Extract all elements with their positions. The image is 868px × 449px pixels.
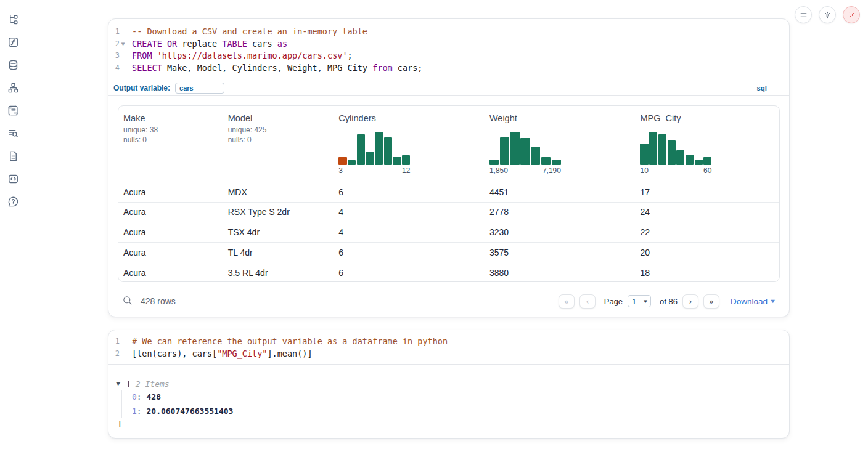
chevron-down-icon: ▼ xyxy=(642,299,649,304)
pagination: « ‹ Page 1 ▼ of 86 › » Download ▼ xyxy=(559,294,776,309)
table-cell: Acura xyxy=(118,187,223,197)
dependency-graph-icon[interactable] xyxy=(7,82,19,94)
tree-entry: 0: 428 xyxy=(132,390,233,405)
column-header: Cylinders312 xyxy=(334,106,485,182)
column-title: Cylinders xyxy=(338,113,480,123)
row-count: 428 rows xyxy=(141,296,176,306)
code-token xyxy=(152,51,157,60)
sql-cell: 1-- Download a CSV and create an in-memo… xyxy=(108,18,790,317)
code-token: CREATE xyxy=(132,39,162,49)
documentation-icon[interactable] xyxy=(7,150,19,163)
code-text: SELECT Make, Model, Cylinders, Weight, M… xyxy=(132,62,422,75)
table-cell: 3230 xyxy=(485,227,636,237)
column-header: Makeunique: 38nulls: 0 xyxy=(118,106,223,182)
histogram-bar xyxy=(393,157,401,165)
search-icon[interactable] xyxy=(122,295,133,308)
tree-entry-colon: : xyxy=(137,407,147,416)
page-select[interactable]: 1 ▼ xyxy=(628,295,651,307)
table-cell: 6 xyxy=(334,248,485,257)
column-histogram: 1060 xyxy=(640,132,711,175)
table-cell: TSX 4dr xyxy=(223,227,334,237)
code-token: from xyxy=(372,63,393,73)
function-variables-icon[interactable] xyxy=(7,36,19,49)
histogram-bar xyxy=(520,138,530,165)
shutdown-button[interactable] xyxy=(843,6,860,23)
snippets-icon[interactable] xyxy=(7,173,19,185)
help-icon[interactable] xyxy=(7,196,19,208)
axis-max-label: 60 xyxy=(703,166,711,175)
tree-entry-value: 20.060747663551403 xyxy=(146,407,233,416)
column-stat: nulls: 0 xyxy=(228,136,329,144)
column-header: MPG_City1060 xyxy=(635,106,779,182)
histogram-bar xyxy=(686,155,694,165)
table-cell: 18 xyxy=(635,268,779,278)
histogram-bar xyxy=(384,137,392,165)
table-cell: 17 xyxy=(635,187,779,197)
code-text: CREATE OR replace TABLE cars as xyxy=(132,38,287,51)
code-token: as xyxy=(277,39,287,49)
gutter-spacer xyxy=(118,62,134,75)
last-page-button[interactable]: » xyxy=(703,294,719,309)
column-title: Model xyxy=(228,113,329,123)
output-tree: ▼ [ 2 Items 0: 4281: 20.060747663551403 … xyxy=(117,377,233,431)
code-token: [len(cars), cars[ xyxy=(132,349,217,358)
collapse-chevron-icon[interactable]: ▼ xyxy=(116,381,128,387)
notebook-actions xyxy=(795,6,860,23)
code-token: FROM xyxy=(132,51,152,60)
histogram-bars xyxy=(640,132,711,165)
data-sources-icon[interactable] xyxy=(7,59,19,71)
download-button[interactable]: Download ▼ xyxy=(731,297,776,306)
page-total: of 86 xyxy=(660,297,678,306)
table-cell: Acura xyxy=(118,207,223,217)
page-label: Page xyxy=(604,297,623,306)
settings-button[interactable] xyxy=(819,6,836,23)
tree-entry-value: 428 xyxy=(146,392,160,402)
shutdown-x-icon xyxy=(848,11,856,19)
table-cell: 3575 xyxy=(485,248,636,257)
code-token: TABLE xyxy=(222,39,247,49)
code-token: cars; xyxy=(393,63,423,73)
file-explorer-icon[interactable] xyxy=(7,14,19,26)
next-page-button[interactable]: › xyxy=(682,294,698,309)
code-token: 'https://datasets.marimo.app/cars.csv' xyxy=(157,51,348,60)
first-page-button[interactable]: « xyxy=(559,294,575,309)
column-stat: nulls: 0 xyxy=(123,136,218,144)
menu-button[interactable] xyxy=(795,6,812,23)
table-row: AcuraRSX Type S 2dr4277824 xyxy=(118,203,779,223)
tree-entries: 0: 4281: 20.060747663551403 xyxy=(121,390,233,418)
table-cell: Acura xyxy=(118,248,223,257)
histogram-axis-labels: 1060 xyxy=(640,166,711,175)
table-cell: 4451 xyxy=(485,187,636,197)
output-variable-row: Output variable: sql xyxy=(108,81,789,96)
data-table: Makeunique: 38nulls: 0Modelunique: 425nu… xyxy=(118,105,780,282)
table-cell: TL 4dr xyxy=(223,248,334,257)
cell-output-divider xyxy=(108,364,789,365)
sidebar-panel-switcher xyxy=(7,14,19,208)
tree-root-row: ▼ [ 2 Items xyxy=(117,377,233,390)
histogram-bar xyxy=(531,147,540,165)
histogram-bar xyxy=(703,157,711,166)
logs-icon[interactable] xyxy=(7,105,19,117)
axis-max-label: 7,190 xyxy=(542,166,561,175)
axis-min-label: 3 xyxy=(338,166,343,175)
prev-page-button[interactable]: ‹ xyxy=(579,294,596,309)
output-variable-input[interactable] xyxy=(175,83,224,94)
table-cell: 20 xyxy=(635,248,779,257)
histogram-bar xyxy=(375,132,383,165)
marimo-notebook: 1-- Download a CSV and create an in-memo… xyxy=(0,0,868,449)
items-count-label: 2 Items xyxy=(136,379,170,389)
sql-code-editor[interactable]: 1-- Download a CSV and create an in-memo… xyxy=(108,19,789,75)
python-code-editor[interactable]: 1# We can reference the output variable … xyxy=(108,330,789,360)
histogram-bar xyxy=(695,160,703,165)
gutter-spacer xyxy=(118,336,134,348)
table-cell: 3880 xyxy=(485,268,636,278)
code-token xyxy=(162,39,167,49)
table-cell: Acura xyxy=(118,268,223,278)
column-title: Weight xyxy=(489,113,631,123)
page-select-value: 1 xyxy=(632,297,636,306)
table-cell: 22 xyxy=(635,227,779,237)
table-cell: 2778 xyxy=(485,207,636,217)
histogram-bar xyxy=(402,155,410,165)
table-of-contents-search-icon[interactable] xyxy=(7,127,19,140)
fold-chevron-icon[interactable]: ▼ xyxy=(118,38,134,51)
